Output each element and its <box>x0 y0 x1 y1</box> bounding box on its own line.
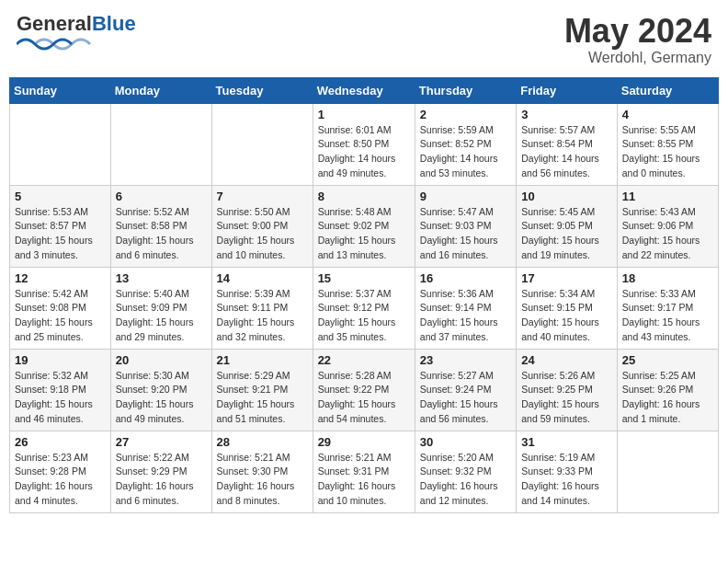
day-number: 9 <box>420 190 511 203</box>
calendar-header-row: SundayMondayTuesdayWednesdayThursdayFrid… <box>10 77 719 103</box>
day-info: Sunrise: 5:21 AM Sunset: 9:30 PM Dayligh… <box>217 451 308 509</box>
calendar-table: SundayMondayTuesdayWednesdayThursdayFrid… <box>9 77 719 513</box>
day-number: 26 <box>15 435 106 449</box>
calendar-cell: 28Sunrise: 5:21 AM Sunset: 9:30 PM Dayli… <box>211 431 313 512</box>
day-number: 7 <box>217 190 308 203</box>
day-number: 28 <box>217 435 308 449</box>
day-info: Sunrise: 5:22 AM Sunset: 9:29 PM Dayligh… <box>116 451 207 509</box>
day-number: 1 <box>318 108 410 121</box>
calendar-week-row: 5Sunrise: 5:53 AM Sunset: 8:57 PM Daylig… <box>10 185 719 267</box>
calendar-cell: 21Sunrise: 5:29 AM Sunset: 9:21 PM Dayli… <box>211 349 313 431</box>
calendar-cell: 23Sunrise: 5:27 AM Sunset: 9:24 PM Dayli… <box>415 349 516 431</box>
day-number: 10 <box>521 190 612 203</box>
day-number: 13 <box>116 271 207 285</box>
day-number: 6 <box>116 190 207 203</box>
day-info: Sunrise: 5:26 AM Sunset: 9:25 PM Dayligh… <box>521 369 612 427</box>
weekday-header: Wednesday <box>313 77 415 103</box>
day-number: 8 <box>318 190 410 203</box>
calendar-cell <box>211 103 313 185</box>
calendar-cell: 17Sunrise: 5:34 AM Sunset: 9:15 PM Dayli… <box>517 267 618 349</box>
day-number: 20 <box>116 353 207 367</box>
calendar-cell: 30Sunrise: 5:20 AM Sunset: 9:32 PM Dayli… <box>415 431 516 512</box>
day-number: 17 <box>521 271 612 285</box>
calendar-cell: 6Sunrise: 5:52 AM Sunset: 8:58 PM Daylig… <box>110 185 211 267</box>
calendar-cell: 8Sunrise: 5:48 AM Sunset: 9:02 PM Daylig… <box>313 185 415 267</box>
day-info: Sunrise: 6:01 AM Sunset: 8:50 PM Dayligh… <box>318 123 410 181</box>
day-info: Sunrise: 5:42 AM Sunset: 9:08 PM Dayligh… <box>15 287 106 345</box>
day-info: Sunrise: 5:23 AM Sunset: 9:28 PM Dayligh… <box>15 451 106 509</box>
day-info: Sunrise: 5:34 AM Sunset: 9:15 PM Dayligh… <box>521 287 612 345</box>
calendar-week-row: 26Sunrise: 5:23 AM Sunset: 9:28 PM Dayli… <box>10 431 719 512</box>
day-info: Sunrise: 5:25 AM Sunset: 9:26 PM Dayligh… <box>622 369 713 427</box>
logo-waves-icon <box>17 31 99 52</box>
calendar-cell: 7Sunrise: 5:50 AM Sunset: 9:00 PM Daylig… <box>211 185 313 267</box>
calendar-cell: 18Sunrise: 5:33 AM Sunset: 9:17 PM Dayli… <box>617 267 718 349</box>
title-block: May 2024 Werdohl, Germany <box>564 13 711 66</box>
day-info: Sunrise: 5:33 AM Sunset: 9:17 PM Dayligh… <box>622 287 713 345</box>
calendar-cell: 13Sunrise: 5:40 AM Sunset: 9:09 PM Dayli… <box>110 267 211 349</box>
calendar-cell: 16Sunrise: 5:36 AM Sunset: 9:14 PM Dayli… <box>415 267 516 349</box>
day-number: 18 <box>622 271 713 285</box>
day-info: Sunrise: 5:48 AM Sunset: 9:02 PM Dayligh… <box>318 205 410 263</box>
month-title: May 2024 <box>564 13 711 50</box>
day-number: 30 <box>420 435 511 449</box>
day-number: 5 <box>15 190 106 203</box>
calendar-week-row: 1Sunrise: 6:01 AM Sunset: 8:50 PM Daylig… <box>10 103 719 185</box>
calendar-cell: 27Sunrise: 5:22 AM Sunset: 9:29 PM Dayli… <box>110 431 211 512</box>
day-number: 15 <box>318 271 410 285</box>
calendar-cell: 14Sunrise: 5:39 AM Sunset: 9:11 PM Dayli… <box>211 267 313 349</box>
calendar-cell: 1Sunrise: 6:01 AM Sunset: 8:50 PM Daylig… <box>313 103 415 185</box>
calendar-cell: 26Sunrise: 5:23 AM Sunset: 9:28 PM Dayli… <box>10 431 111 512</box>
calendar-cell: 19Sunrise: 5:32 AM Sunset: 9:18 PM Dayli… <box>10 349 111 431</box>
calendar-week-row: 12Sunrise: 5:42 AM Sunset: 9:08 PM Dayli… <box>10 267 719 349</box>
calendar-cell <box>110 103 211 185</box>
day-info: Sunrise: 5:36 AM Sunset: 9:14 PM Dayligh… <box>420 287 511 345</box>
day-info: Sunrise: 5:39 AM Sunset: 9:11 PM Dayligh… <box>217 287 308 345</box>
calendar-cell <box>10 103 111 185</box>
calendar-week-row: 19Sunrise: 5:32 AM Sunset: 9:18 PM Dayli… <box>10 349 719 431</box>
calendar-cell: 9Sunrise: 5:47 AM Sunset: 9:03 PM Daylig… <box>415 185 516 267</box>
day-info: Sunrise: 5:29 AM Sunset: 9:21 PM Dayligh… <box>217 369 308 427</box>
day-number: 23 <box>420 353 511 367</box>
day-number: 12 <box>15 271 106 285</box>
calendar-cell: 11Sunrise: 5:43 AM Sunset: 9:06 PM Dayli… <box>617 185 718 267</box>
calendar-cell: 2Sunrise: 5:59 AM Sunset: 8:52 PM Daylig… <box>415 103 516 185</box>
day-info: Sunrise: 5:20 AM Sunset: 9:32 PM Dayligh… <box>420 451 511 509</box>
day-info: Sunrise: 5:40 AM Sunset: 9:09 PM Dayligh… <box>116 287 207 345</box>
weekday-header: Sunday <box>10 77 111 103</box>
day-info: Sunrise: 5:59 AM Sunset: 8:52 PM Dayligh… <box>420 123 511 181</box>
weekday-header: Tuesday <box>211 77 313 103</box>
calendar-cell <box>617 431 718 512</box>
day-number: 3 <box>521 108 612 121</box>
day-info: Sunrise: 5:37 AM Sunset: 9:12 PM Dayligh… <box>318 287 410 345</box>
day-info: Sunrise: 5:57 AM Sunset: 8:54 PM Dayligh… <box>521 123 612 181</box>
day-number: 31 <box>521 435 612 449</box>
calendar-cell: 31Sunrise: 5:19 AM Sunset: 9:33 PM Dayli… <box>517 431 618 512</box>
day-info: Sunrise: 5:43 AM Sunset: 9:06 PM Dayligh… <box>622 205 713 263</box>
location-subtitle: Werdohl, Germany <box>564 50 711 66</box>
calendar-cell: 25Sunrise: 5:25 AM Sunset: 9:26 PM Dayli… <box>617 349 718 431</box>
day-info: Sunrise: 5:53 AM Sunset: 8:57 PM Dayligh… <box>15 205 106 263</box>
day-number: 27 <box>116 435 207 449</box>
day-info: Sunrise: 5:30 AM Sunset: 9:20 PM Dayligh… <box>116 369 207 427</box>
day-info: Sunrise: 5:45 AM Sunset: 9:05 PM Dayligh… <box>521 205 612 263</box>
day-number: 24 <box>521 353 612 367</box>
day-number: 29 <box>318 435 410 449</box>
weekday-header: Monday <box>110 77 211 103</box>
calendar-cell: 12Sunrise: 5:42 AM Sunset: 9:08 PM Dayli… <box>10 267 111 349</box>
calendar-cell: 24Sunrise: 5:26 AM Sunset: 9:25 PM Dayli… <box>517 349 618 431</box>
day-number: 25 <box>622 353 713 367</box>
day-number: 4 <box>622 108 713 121</box>
day-info: Sunrise: 5:55 AM Sunset: 8:55 PM Dayligh… <box>622 123 713 181</box>
page-header: GeneralBlue May 2024 Werdohl, Germany <box>9 9 719 70</box>
day-info: Sunrise: 5:19 AM Sunset: 9:33 PM Dayligh… <box>521 451 612 509</box>
day-number: 2 <box>420 108 511 121</box>
day-number: 14 <box>217 271 308 285</box>
calendar-cell: 4Sunrise: 5:55 AM Sunset: 8:55 PM Daylig… <box>617 103 718 185</box>
day-number: 21 <box>217 353 308 367</box>
logo: GeneralBlue <box>17 13 136 52</box>
day-number: 11 <box>622 190 713 203</box>
calendar-cell: 20Sunrise: 5:30 AM Sunset: 9:20 PM Dayli… <box>110 349 211 431</box>
calendar-cell: 15Sunrise: 5:37 AM Sunset: 9:12 PM Dayli… <box>313 267 415 349</box>
day-info: Sunrise: 5:32 AM Sunset: 9:18 PM Dayligh… <box>15 369 106 427</box>
